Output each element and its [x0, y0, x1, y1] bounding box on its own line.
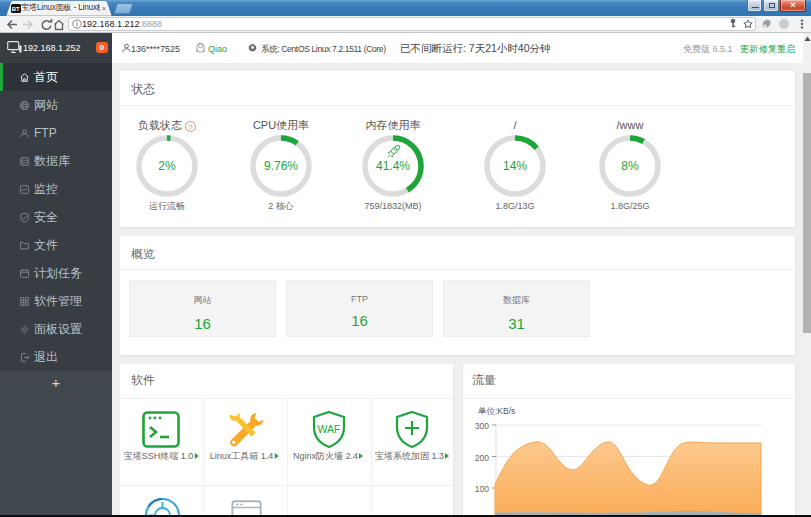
svg-text:200: 200: [475, 453, 489, 463]
svg-text:100: 100: [475, 484, 489, 494]
svg-text:300: 300: [475, 421, 489, 431]
svg-text:WAF: WAF: [318, 423, 341, 435]
